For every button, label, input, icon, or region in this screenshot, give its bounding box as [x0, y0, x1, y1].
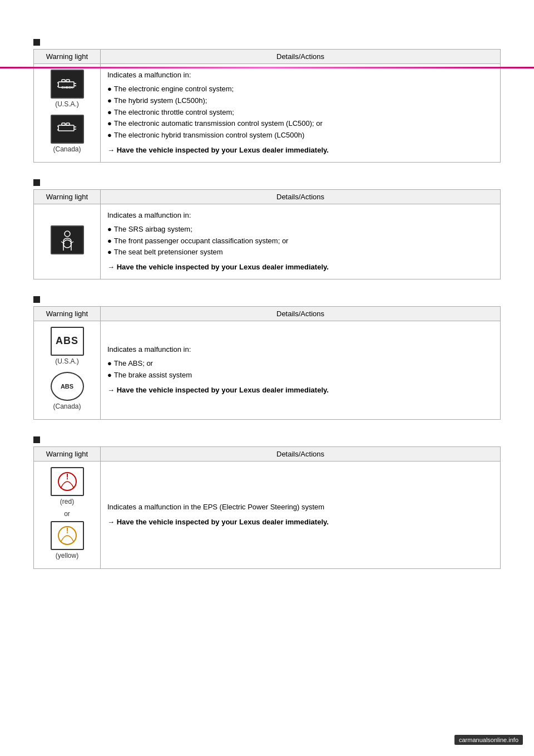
section-header-1: [33, 39, 501, 46]
abs-usa-icon-box: ABS (U.S.A.): [51, 327, 84, 365]
warning-light-cell-2: [34, 204, 101, 279]
section-abs: Warning light Details/Actions ABS (U.S.A…: [33, 296, 501, 420]
section-header-3: [33, 296, 501, 303]
section-eps: Warning light Details/Actions !: [33, 436, 501, 569]
abs-canada-icon-box: ABS (Canada): [51, 372, 84, 410]
abs-usa-icon: ABS: [51, 327, 84, 356]
list-item: The electronic engine control system;: [107, 84, 493, 95]
svg-text:CHECK: CHECK: [61, 86, 73, 89]
section-square-3: [33, 296, 40, 303]
table-row: ABS (U.S.A.) ABS (Canada): [34, 321, 501, 419]
action-text-3: Have the vehicle inspected by your Lexus…: [107, 385, 493, 396]
eps-red-icon: !: [51, 467, 84, 496]
warning-light-cell-1: CHECK (U.S.A.): [34, 64, 101, 163]
abs-canada-icon: ABS: [51, 372, 84, 401]
list-item: The front passenger occupant classificat…: [107, 235, 493, 247]
svg-rect-10: [66, 123, 70, 125]
details-intro-2: Indicates a malfunction in:: [107, 211, 191, 219]
check-engine-canada-icon: [51, 115, 84, 144]
check-engine-usa-icon: CHECK: [51, 70, 84, 99]
eps-yellow-label: (yellow): [56, 552, 78, 559]
details-bullets-2: The SRS airbag system; The front passeng…: [107, 224, 493, 258]
abs-canada-label: (Canada): [53, 402, 81, 410]
check-engine-canada-icon-box: (Canada): [51, 115, 84, 153]
list-item: The seat belt pretensioner system: [107, 247, 493, 258]
section-square-1: [33, 39, 40, 46]
col-header-warning-light-4: Warning light: [34, 446, 101, 461]
warning-light-cell-3: ABS (U.S.A.) ABS (Canada): [34, 321, 101, 419]
section-header-2: [33, 179, 501, 186]
abs-usa-label: (U.S.A.): [55, 357, 79, 365]
accent-bar: [0, 67, 534, 68]
table-row: ! (red) or !: [34, 461, 501, 568]
eps-or-label: or: [41, 510, 93, 518]
svg-rect-8: [58, 125, 74, 131]
table-row: Indicates a malfunction in: The SRS airb…: [34, 204, 501, 279]
table-srs: Warning light Details/Actions: [33, 189, 501, 279]
check-engine-usa-label: (U.S.A.): [55, 100, 79, 108]
svg-point-16: [63, 240, 71, 248]
eps-yellow-icon-box: ! (yellow): [51, 521, 84, 559]
engine-svg-usa: CHECK: [57, 77, 77, 91]
table-check-engine: Warning light Details/Actions: [33, 49, 501, 163]
action-text-1: Have the vehicle inspected by your Lexus…: [107, 145, 493, 156]
table-row: CHECK (U.S.A.): [34, 64, 501, 163]
svg-rect-1: [62, 80, 65, 82]
col-header-details-3: Details/Actions: [101, 306, 501, 321]
section-check-engine: Warning light Details/Actions: [33, 39, 501, 163]
list-item: The ABS; or: [107, 358, 493, 370]
table-abs: Warning light Details/Actions ABS (U.S.A…: [33, 306, 501, 420]
list-item: The electronic hybrid transmission contr…: [107, 130, 493, 141]
watermark: carmanualsonline.info: [454, 735, 523, 745]
section-header-4: [33, 436, 501, 443]
col-header-details-2: Details/Actions: [101, 190, 501, 204]
svg-rect-2: [66, 80, 70, 82]
svg-point-15: [65, 231, 70, 237]
eps-red-label: (red): [60, 498, 74, 505]
warning-light-cell-4: ! (red) or !: [34, 461, 101, 568]
col-header-warning-light-1: Warning light: [34, 50, 101, 64]
eps-yellow-icon: !: [51, 521, 84, 550]
svg-text:!: !: [66, 526, 68, 535]
details-intro-1: Indicates a malfunction in:: [107, 71, 191, 79]
details-cell-1: Indicates a malfunction in: The electron…: [101, 64, 501, 163]
check-engine-canada-label: (Canada): [53, 145, 81, 153]
list-item: The hybrid system (LC500h);: [107, 95, 493, 107]
engine-svg-canada: [57, 121, 77, 138]
section-square-4: [33, 436, 40, 443]
details-single-line-4: Indicates a malfunction in the EPS (Elec…: [107, 503, 324, 511]
eps-red-svg: !: [56, 470, 78, 493]
details-bullets-1: The electronic engine control system; Th…: [107, 84, 493, 141]
col-header-details-4: Details/Actions: [101, 446, 501, 461]
eps-red-icon-box: ! (red): [51, 467, 84, 505]
page: Warning light Details/Actions: [0, 0, 534, 756]
details-intro-3: Indicates a malfunction in:: [107, 345, 191, 354]
list-item: The SRS airbag system;: [107, 224, 493, 235]
section-square-2: [33, 179, 40, 186]
section-srs: Warning light Details/Actions: [33, 179, 501, 279]
table-eps: Warning light Details/Actions !: [33, 446, 501, 569]
col-header-warning-light-3: Warning light: [34, 306, 101, 321]
col-header-warning-light-2: Warning light: [34, 190, 101, 204]
list-item: The electronic throttle control system;: [107, 107, 493, 119]
svg-rect-9: [62, 123, 65, 125]
srs-airbag-icon: [51, 225, 84, 254]
details-cell-4: Indicates a malfunction in the EPS (Elec…: [101, 461, 501, 568]
col-header-details-1: Details/Actions: [101, 50, 501, 64]
action-text-2: Have the vehicle inspected by your Lexus…: [107, 262, 493, 273]
srs-svg: [57, 229, 78, 251]
srs-icon-box: [51, 225, 84, 254]
details-cell-2: Indicates a malfunction in: The SRS airb…: [101, 204, 501, 279]
svg-text:!: !: [66, 472, 68, 481]
check-engine-usa-icon-box: CHECK (U.S.A.): [51, 70, 84, 108]
action-text-4: Have the vehicle inspected by your Lexus…: [107, 517, 493, 528]
eps-yellow-svg: !: [56, 524, 78, 547]
details-cell-3: Indicates a malfunction in: The ABS; or …: [101, 321, 501, 419]
list-item: The brake assist system: [107, 370, 493, 381]
details-bullets-3: The ABS; or The brake assist system: [107, 358, 493, 381]
list-item: The electronic automatic transmission co…: [107, 118, 493, 130]
